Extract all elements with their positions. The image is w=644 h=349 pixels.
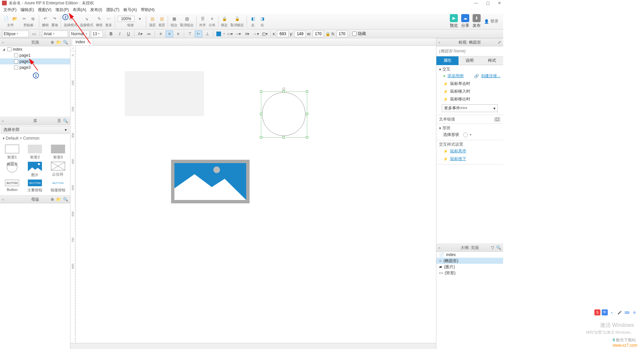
- hover-style-link[interactable]: 鼠标悬停: [450, 148, 466, 154]
- ime-lang-icon[interactable]: 中: [602, 309, 608, 315]
- menu-view[interactable]: 视图(V): [37, 6, 53, 13]
- search-icon[interactable]: 🔍: [496, 245, 501, 250]
- library-select-all[interactable]: 选择全部▾: [1, 126, 69, 134]
- outline-row[interactable]: ▭(矩形): [436, 270, 503, 276]
- ime-punct-icon[interactable]: •,: [609, 309, 615, 315]
- expand-icon[interactable]: ⤢: [498, 40, 501, 45]
- lib-item-btn[interactable]: BUTTONButton: [1, 180, 23, 193]
- border-color-button[interactable]: ▭▾: [226, 31, 233, 37]
- lib-item-rect3[interactable]: 矩形3: [47, 145, 69, 160]
- arrow-button[interactable]: →▾: [252, 31, 260, 37]
- menu-publish[interactable]: 发布(I): [89, 6, 103, 13]
- page-row-page3[interactable]: page3: [0, 64, 70, 70]
- more-events-combo[interactable]: 更多事件>>>▾: [442, 104, 498, 112]
- filter-icon[interactable]: ▽: [491, 245, 494, 250]
- shape-type-combo[interactable]: Ellipse▾: [2, 31, 29, 37]
- distribute-icon[interactable]: ≡: [209, 15, 215, 22]
- menu-project[interactable]: 项目(P): [54, 6, 70, 13]
- resize-handle-w[interactable]: [260, 113, 262, 115]
- tab-style[interactable]: 样式: [481, 56, 503, 65]
- collapse-icon[interactable]: «: [2, 198, 4, 201]
- shape-preview-icon[interactable]: [463, 133, 468, 137]
- add-folder-icon[interactable]: 📁: [56, 40, 61, 45]
- canvas-ellipse-widget[interactable]: [262, 92, 306, 136]
- create-link-link[interactable]: 创建连接...: [481, 73, 500, 79]
- add-folder-icon[interactable]: 📁: [56, 197, 61, 202]
- ime-settings-icon[interactable]: ⚙: [631, 309, 637, 315]
- interaction-event[interactable]: ⚡鼠标移出时: [439, 95, 500, 103]
- canvas-scrollbar[interactable]: [70, 343, 436, 349]
- x-input[interactable]: [277, 31, 288, 37]
- interaction-event[interactable]: ⚡鼠标单击时: [439, 80, 500, 88]
- valign-top-button[interactable]: ⊤: [186, 31, 194, 37]
- lib-item-rect2[interactable]: 矩形2: [24, 145, 46, 160]
- menu-team[interactable]: 团队(T): [105, 6, 121, 13]
- dock-right-icon[interactable]: ◨: [259, 15, 266, 22]
- font-family-combo[interactable]: Arial▾: [42, 31, 68, 37]
- send-back-icon[interactable]: ▥: [158, 15, 165, 22]
- collapse-icon[interactable]: «: [2, 119, 4, 123]
- lib-item-placeholder[interactable]: 占位符: [47, 162, 69, 178]
- ime-logo-icon[interactable]: S: [594, 309, 600, 315]
- connect-mode-icon[interactable]: ↘: [83, 15, 90, 22]
- ime-keyboard-icon[interactable]: ⌨: [624, 309, 630, 315]
- resize-handle-e[interactable]: [306, 113, 308, 115]
- font-weight-combo[interactable]: Normal▾: [69, 31, 90, 37]
- text-color-button[interactable]: A▾: [137, 31, 144, 37]
- widget-name-input[interactable]: (椭圆形 Name): [436, 46, 503, 56]
- resize-handle-s[interactable]: [282, 136, 285, 139]
- outline-row[interactable]: ○(椭圆形): [436, 258, 503, 264]
- page-row-page1[interactable]: page1: [0, 52, 70, 58]
- redo-icon[interactable]: ↷: [51, 15, 58, 22]
- shape-apply-icon[interactable]: ▭: [30, 31, 38, 37]
- italic-button[interactable]: I: [116, 31, 123, 37]
- page-row-index[interactable]: ◢index: [0, 46, 70, 52]
- lock-aspect-icon[interactable]: 🔒: [325, 32, 330, 36]
- search-icon[interactable]: 🔍: [63, 197, 68, 202]
- new-file-icon[interactable]: 📄: [3, 15, 9, 22]
- menu-file[interactable]: 文件(F): [2, 6, 18, 13]
- align-right-button[interactable]: ≡: [174, 31, 182, 37]
- rotate-handle[interactable]: [282, 88, 285, 90]
- textlink-section[interactable]: 文本链接☐: [439, 116, 500, 122]
- preview-button[interactable]: ▶预览: [450, 14, 458, 29]
- y-input[interactable]: [294, 31, 306, 37]
- search-icon[interactable]: 🔍: [63, 118, 68, 123]
- lib-item-btnp[interactable]: BUTTON主要按钮: [24, 180, 46, 193]
- undo-icon[interactable]: ↶: [42, 15, 49, 22]
- canvas-image-widget[interactable]: [171, 160, 250, 203]
- resize-handle-sw[interactable]: [260, 136, 262, 139]
- resize-handle-se[interactable]: [306, 136, 308, 139]
- valign-bottom-button[interactable]: ⊥: [204, 31, 211, 37]
- share-button[interactable]: ☁分享: [461, 14, 469, 29]
- hide-checkbox[interactable]: [352, 32, 357, 36]
- collapse-icon[interactable]: «: [2, 41, 4, 44]
- tab-properties[interactable]: 属性: [436, 56, 459, 65]
- tab-notes[interactable]: 说明: [459, 56, 481, 65]
- menu-layout[interactable]: 布局(A): [71, 6, 88, 13]
- line-style-button[interactable]: ─▾: [235, 31, 242, 37]
- mousedown-style-link[interactable]: 鼠标按下: [450, 156, 466, 162]
- add-master-icon[interactable]: ⊕: [51, 197, 54, 202]
- menu-account[interactable]: 账号(A): [122, 6, 138, 13]
- lib-item-btnl[interactable]: BUTTON链接按钮: [47, 180, 69, 193]
- maximize-button[interactable]: ▢: [486, 1, 490, 5]
- close-tab-icon[interactable]: ×: [87, 40, 89, 44]
- add-page-icon[interactable]: ⊕: [51, 40, 54, 45]
- outline-row[interactable]: 📄index: [436, 252, 503, 258]
- h-input[interactable]: [336, 31, 348, 37]
- valign-middle-button[interactable]: ⊢: [195, 31, 202, 37]
- unlock-icon[interactable]: 🔓: [234, 15, 240, 22]
- fill-color-button[interactable]: [216, 32, 221, 36]
- open-file-icon[interactable]: 📂: [11, 15, 18, 22]
- line-width-button[interactable]: ≡▾: [244, 31, 251, 37]
- dock-left-icon[interactable]: ◧: [250, 15, 256, 22]
- shape-section[interactable]: ▾ 形状: [439, 125, 500, 131]
- lock-icon[interactable]: 🔒: [221, 15, 228, 22]
- resize-handle-ne[interactable]: [306, 90, 308, 93]
- align-left-button[interactable]: ≡: [157, 31, 164, 37]
- bullets-button[interactable]: ≔: [145, 31, 153, 37]
- resize-handle-n[interactable]: [282, 90, 285, 93]
- align-center-button[interactable]: ≡: [166, 31, 173, 37]
- resize-handle-nw[interactable]: [260, 90, 262, 93]
